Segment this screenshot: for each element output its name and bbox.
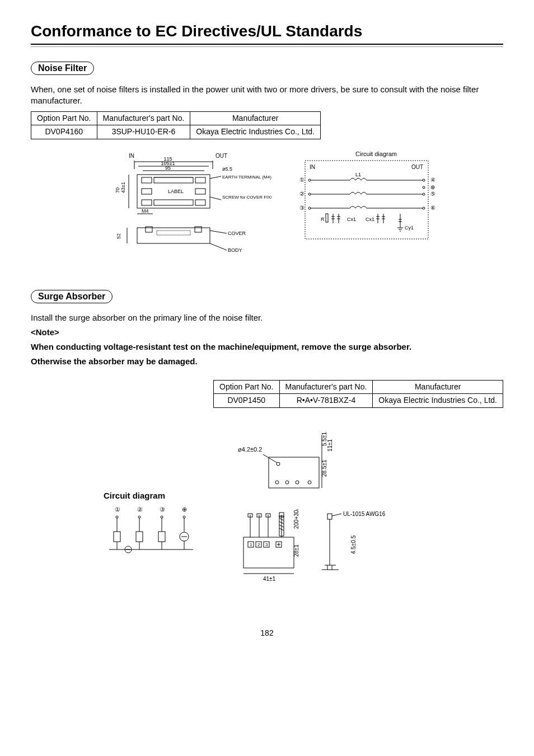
s-th-1: Manufacturer's part No. — [279, 380, 373, 394]
svg-rect-16 — [142, 189, 152, 194]
s-td-2: Okaya Electric Industries Co., Ltd. — [373, 394, 503, 408]
nf-th-1: Manufacturer's part No. — [97, 111, 190, 125]
noise-filter-circuit-diagram: Circuit diagram IN OUT ① ② ③ ④ ⊕ ⑤ ⑥ L1 — [294, 149, 439, 269]
svg-text:③: ③ — [299, 205, 305, 211]
svg-text:Cx1: Cx1 — [347, 217, 356, 222]
svg-text:IN: IN — [310, 164, 315, 170]
surge-dim-box: 1 2 3 200+30/-0 28±1 41±1 UL-1015 AWG16 … — [238, 509, 406, 595]
svg-rect-116 — [269, 457, 319, 488]
svg-text:3: 3 — [265, 542, 268, 547]
svg-line-153 — [332, 514, 341, 516]
svg-text:Cx1: Cx1 — [366, 217, 374, 222]
noise-filter-paragraph: When, one set of noise filters is instal… — [31, 84, 503, 107]
svg-rect-14 — [154, 177, 193, 183]
svg-text:②: ② — [299, 191, 305, 197]
surge-note1: When conducting voltage-resistant test o… — [31, 341, 503, 353]
svg-text:52: 52 — [116, 233, 121, 238]
svg-text:SCREW for COVER FIXING (M3): SCREW for COVER FIXING (M3) — [222, 195, 271, 200]
svg-rect-21 — [154, 200, 193, 205]
nf-th-0: Option Part No. — [31, 111, 97, 125]
svg-text:COVER: COVER — [228, 231, 246, 236]
svg-line-37 — [210, 231, 227, 233]
svg-text:EARTH TERMINAL (M4): EARTH TERMINAL (M4) — [222, 175, 271, 180]
svg-point-45 — [308, 179, 311, 181]
svg-rect-34 — [157, 231, 190, 235]
surge-p1: Install the surge absorber on the primar… — [31, 312, 503, 323]
page-title: Conformance to EC Directives/UL Standard… — [31, 22, 503, 41]
svg-point-115 — [277, 462, 280, 466]
svg-rect-31 — [137, 228, 210, 243]
svg-rect-103 — [158, 532, 165, 542]
nf-td-0: DV0P4160 — [31, 125, 97, 139]
svg-text:L1: L1 — [355, 172, 361, 177]
svg-text:④: ④ — [430, 177, 435, 183]
svg-text:1: 1 — [250, 542, 252, 547]
svg-rect-13 — [195, 177, 205, 183]
svg-text:OUT: OUT — [216, 153, 227, 159]
nf-td-1: 3SUP-HU10-ER-6 — [97, 125, 190, 139]
surge-note2: Otherwise the absorber may be damaged. — [31, 356, 503, 367]
svg-text:IN: IN — [129, 153, 134, 159]
svg-rect-17 — [195, 189, 205, 194]
svg-text:BODY: BODY — [228, 247, 242, 253]
svg-point-47 — [308, 193, 311, 195]
s-td-1: R•A•V-781BXZ-4 — [279, 394, 373, 408]
svg-line-114 — [263, 454, 277, 463]
page-number: 182 — [31, 628, 503, 637]
svg-rect-67 — [326, 214, 328, 222]
svg-point-57 — [423, 207, 425, 209]
svg-point-119 — [296, 481, 299, 484]
svg-text:⊕: ⊕ — [430, 184, 435, 190]
surge-heading: Surge Absorber — [31, 290, 113, 303]
svg-line-27 — [210, 197, 221, 200]
surge-circuit-diagram: Circuit diagram ① ② ③ ⊕ — [104, 491, 204, 562]
svg-point-53 — [423, 186, 425, 189]
svg-point-118 — [285, 481, 289, 484]
svg-rect-19 — [142, 200, 152, 205]
svg-rect-151 — [327, 514, 332, 519]
svg-text:2: 2 — [257, 542, 260, 547]
svg-point-94 — [138, 516, 140, 518]
svg-text:①: ① — [299, 177, 305, 183]
svg-point-120 — [308, 481, 311, 484]
svg-text:③: ③ — [160, 506, 165, 513]
svg-text:4.5±0.5: 4.5±0.5 — [350, 535, 357, 554]
svg-text:R: R — [321, 217, 325, 222]
svg-point-51 — [423, 179, 425, 181]
nf-td-2: Okaya Electric Industries Co., Ltd. — [190, 125, 321, 139]
svg-rect-12 — [142, 177, 152, 183]
svg-point-55 — [423, 193, 425, 195]
svg-text:200+30/-0: 200+30/-0 — [293, 509, 299, 529]
svg-text:①: ① — [115, 506, 120, 513]
svg-text:LABEL: LABEL — [168, 189, 184, 194]
surge-dim-top: ø4.2±0.2 5.5±1 11±1 28.5±1 — [238, 429, 339, 498]
s-th-0: Option Part No. — [214, 380, 280, 394]
svg-text:28±1: 28±1 — [293, 544, 299, 557]
svg-text:95: 95 — [165, 165, 171, 171]
svg-text:⑥: ⑥ — [430, 205, 435, 211]
svg-line-25 — [210, 176, 221, 179]
surge-circuit-title: Circuit diagram — [104, 491, 204, 500]
s-th-2: Manufacturer — [373, 380, 503, 394]
noise-filter-table: Option Part No. Manufacturer's part No. … — [31, 111, 321, 139]
svg-text:M4: M4 — [142, 208, 149, 214]
title-underline — [31, 44, 503, 47]
svg-point-49 — [308, 207, 311, 209]
svg-text:Circuit diagram: Circuit diagram — [355, 151, 397, 157]
svg-text:41±1: 41±1 — [263, 576, 276, 582]
svg-text:⑤: ⑤ — [430, 191, 435, 197]
svg-point-96 — [183, 516, 185, 518]
svg-text:②: ② — [137, 506, 143, 513]
svg-text:UL-1015 AWG16: UL-1015 AWG16 — [343, 511, 386, 517]
svg-rect-101 — [114, 532, 120, 542]
surge-note-label: <Note> — [31, 327, 503, 338]
svg-rect-102 — [136, 532, 143, 542]
svg-text:28.5±1: 28.5±1 — [321, 459, 327, 477]
surge-table: Option Part No. Manufacturer's part No. … — [213, 380, 503, 408]
svg-text:OUT: OUT — [411, 164, 423, 170]
svg-point-117 — [275, 481, 279, 484]
svg-text:70: 70 — [115, 187, 120, 192]
svg-text:11±1: 11±1 — [327, 439, 333, 452]
s-td-0: DV0P1450 — [214, 394, 280, 408]
svg-text:⊕: ⊕ — [182, 506, 187, 513]
